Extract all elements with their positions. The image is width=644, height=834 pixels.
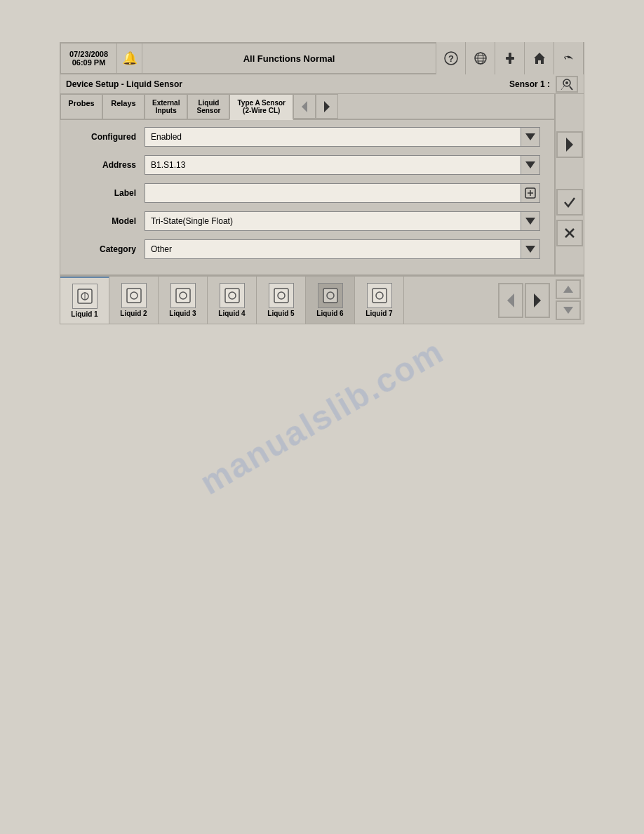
category-dropdown-arrow[interactable] [521,239,540,259]
category-input[interactable] [145,239,540,259]
liquid-6-icon [318,283,343,308]
right-panel [554,94,584,274]
back-icon[interactable] [554,42,583,74]
help-icon[interactable]: ? [436,42,465,74]
svg-text:?: ? [448,53,454,64]
main-content: Probes Relays ExternalInputs LiquidSenso… [60,94,584,275]
address-dropdown-arrow[interactable] [521,155,540,175]
time-text: 06:09 PM [72,58,106,67]
configured-input[interactable] [145,127,540,147]
svg-rect-35 [373,289,387,303]
liquid-tab-5[interactable]: Liquid 5 [257,277,306,324]
configured-dropdown-arrow[interactable] [521,127,540,147]
configured-label: Configured [74,132,145,142]
svg-marker-39 [563,286,573,293]
nav-right-button[interactable] [556,131,583,158]
model-input[interactable] [145,211,540,231]
sensor-label: Sensor 1 : [509,79,550,89]
tab-next-button[interactable] [316,94,338,119]
tab-row: Probes Relays ExternalInputs LiquidSenso… [60,94,554,120]
tab-external-inputs[interactable]: ExternalInputs [145,94,187,119]
toolbar-icons: ? [436,44,583,73]
svg-marker-38 [534,293,541,307]
address-input[interactable] [145,155,540,175]
sensor-icon-button[interactable] [556,76,578,93]
liquid-7-label: Liquid 7 [365,310,392,317]
status-text: All Functions Normal [142,44,436,73]
liquid-2-label: Liquid 2 [120,310,147,317]
model-row: Model [74,211,540,231]
date-text: 07/23/2008 [69,50,108,58]
category-label: Category [74,244,145,254]
svg-marker-15 [324,101,330,112]
scroll-up-button[interactable] [556,279,581,299]
bottom-next-button[interactable] [525,283,550,318]
label-row: Label [74,183,540,203]
liquid-5-label: Liquid 5 [267,310,294,317]
sensor-selector: Sensor 1 : [509,76,578,93]
liquid-tab-4[interactable]: Liquid 4 [208,277,257,324]
cancel-button[interactable] [556,220,583,246]
label-edit-button[interactable] [521,183,540,203]
svg-line-13 [561,86,564,90]
tab-prev-button[interactable] [293,94,316,119]
svg-rect-33 [323,289,337,303]
liquid-6-label: Liquid 6 [316,310,343,317]
address-row: Address [74,155,540,175]
tab-liquid-sensor[interactable]: LiquidSensor [187,94,229,119]
liquid-tab-6[interactable]: Liquid 6 [306,277,355,324]
tab-nav [293,94,338,119]
home-icon[interactable] [524,42,554,74]
device-title: Device Setup - Liquid Sensor [66,79,182,89]
scroll-down-button[interactable] [556,300,581,320]
bell-icon[interactable]: 🔔 [117,44,142,73]
liquid-3-label: Liquid 3 [169,310,196,317]
wrench-icon[interactable] [495,42,524,74]
svg-rect-31 [274,289,288,303]
svg-line-12 [570,86,572,90]
configured-input-wrapper [145,127,540,147]
tab-relays[interactable]: Relays [102,94,145,119]
tab-type-a-sensor[interactable]: Type A Sensor(2-Wire CL) [229,94,293,120]
liquid-tab-3[interactable]: Liquid 3 [159,277,208,324]
svg-marker-9 [534,53,545,64]
label-label: Label [74,188,145,198]
globe-icon[interactable] [465,42,495,74]
svg-rect-27 [176,289,190,303]
category-input-wrapper [145,239,540,259]
device-header: Device Setup - Liquid Sensor Sensor 1 : [60,74,584,94]
liquid-3-icon [170,283,196,308]
datetime-display: 07/23/2008 06:09 PM [61,44,117,73]
model-dropdown-arrow[interactable] [521,211,540,231]
left-panel: Probes Relays ExternalInputs LiquidSenso… [60,94,554,274]
liquid-7-icon [367,283,392,308]
svg-rect-8 [506,57,514,60]
liquid-4-icon [220,283,245,308]
liquid-tab-2[interactable]: Liquid 2 [109,277,159,324]
svg-marker-37 [507,293,514,307]
liquid-1-icon [72,284,98,309]
svg-marker-14 [302,101,307,112]
address-label: Address [74,160,145,170]
category-row: Category [74,239,540,259]
svg-rect-29 [225,289,239,303]
address-input-wrapper [145,155,540,175]
form-area: Configured Address [60,120,554,274]
watermark: manualslib.com [194,331,450,502]
label-input[interactable] [145,183,540,203]
liquid-2-icon [121,283,147,308]
check-button[interactable] [556,189,583,216]
svg-rect-25 [127,289,141,303]
liquid-4-label: Liquid 4 [218,310,245,317]
svg-marker-19 [566,138,573,152]
bottom-prev-button[interactable] [498,283,523,318]
svg-point-11 [565,81,568,84]
bottom-nav [495,277,553,324]
liquid-1-label: Liquid 1 [71,310,98,318]
liquid-tab-7[interactable]: Liquid 7 [355,277,404,324]
liquid-5-icon [269,283,294,308]
liquid-tab-1[interactable]: Liquid 1 [60,277,109,324]
tab-probes[interactable]: Probes [60,94,102,119]
svg-marker-40 [563,307,573,314]
bottom-arrows [553,277,584,324]
